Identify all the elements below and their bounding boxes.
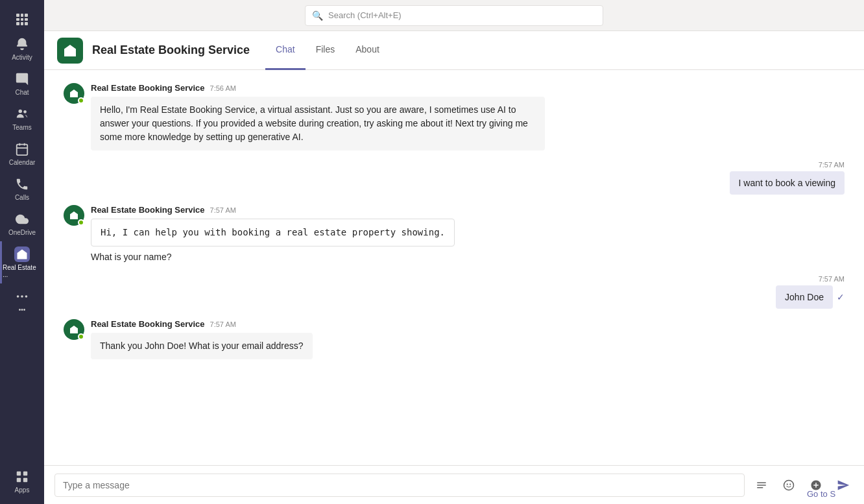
sidebar-item-more[interactable]: ••• [0, 283, 44, 318]
svg-rect-10 [23, 472, 27, 475]
apps-icon [14, 469, 30, 485]
tab-files[interactable]: Files [306, 31, 346, 70]
sidebar-item-onedrive[interactable]: OneDrive [0, 206, 44, 241]
message-input[interactable] [54, 474, 745, 497]
chat-area: Real Estate Booking Service 7:56 AM Hell… [44, 70, 864, 465]
svg-point-6 [17, 295, 19, 298]
sidebar-item-calendar[interactable]: Calendar [0, 136, 44, 171]
svg-rect-9 [17, 472, 21, 475]
svg-rect-11 [17, 478, 21, 482]
message-content-2: Real Estate Booking Service 7:57 AM Hi, … [91, 205, 455, 265]
sidebar-label-apps: Apps [15, 486, 30, 494]
input-bar [44, 465, 864, 504]
sidebar-label-realestate: Real Estate ... [3, 264, 42, 278]
sidebar-label-chat: Chat [15, 89, 29, 96]
search-placeholder: Search (Ctrl+Alt+E) [328, 10, 402, 20]
search-box[interactable]: 🔍 Search (Ctrl+Alt+E) [305, 5, 603, 26]
bell-icon [14, 36, 30, 52]
sidebar-item-calls[interactable]: Calls [0, 171, 44, 206]
more-icon [14, 289, 30, 304]
emoji-button[interactable] [778, 475, 799, 496]
user-message-time: 7:57 AM [819, 161, 845, 169]
message-row: Real Estate Booking Service 7:56 AM Hell… [64, 83, 845, 150]
calendar-icon [14, 141, 30, 157]
bot-avatar-small-3 [64, 319, 84, 340]
grid-icon [14, 12, 30, 27]
user-message-group-1: 7:57 AM I want to book a viewing [64, 161, 845, 195]
online-badge [78, 97, 84, 104]
goto-s-button[interactable]: Go to S [799, 484, 864, 504]
channel-title: Real Estate Booking Service [92, 43, 250, 57]
message-time-3: 7:57 AM [210, 320, 236, 328]
svg-point-7 [21, 295, 23, 298]
svg-point-0 [19, 110, 23, 114]
teams-icon [14, 106, 30, 122]
message-sender-2: Real Estate Booking Service [91, 205, 205, 215]
message-sender-3: Real Estate Booking Service [91, 319, 205, 329]
svg-point-8 [25, 295, 28, 298]
chat-icon [14, 71, 30, 87]
main-content: 🔍 Search (Ctrl+Alt+E) Real Estate Bookin… [44, 0, 864, 504]
search-icon: 🔍 [312, 10, 323, 21]
realestate-icon [14, 246, 30, 262]
message-time: 7:56 AM [210, 84, 236, 92]
sidebar-label-onedrive: OneDrive [8, 229, 36, 236]
message-group-bot-1: Real Estate Booking Service 7:56 AM Hell… [64, 83, 845, 150]
sidebar-item-realestate[interactable]: Real Estate ... [0, 241, 44, 283]
sidebar-label-calls: Calls [15, 194, 29, 201]
user-bubble-johndoe: John Doe [776, 285, 833, 309]
sidebar-item-grid[interactable] [0, 5, 44, 31]
svg-point-14 [787, 483, 788, 485]
user-message-time-2: 7:57 AM [819, 275, 845, 283]
svg-point-1 [23, 110, 27, 114]
svg-point-15 [789, 483, 791, 485]
message-meta-3: Real Estate Booking Service 7:57 AM [91, 319, 313, 329]
message-bubble: Hello, I'm Real Estate Booking Service, … [91, 97, 545, 150]
sidebar-label-activity: Activity [12, 54, 32, 61]
bot-avatar-small-2 [64, 205, 84, 226]
user-message-group-2: 7:57 AM John Doe ✓ [64, 275, 845, 309]
online-badge-2 [78, 219, 84, 226]
user-message-bubble-2: John Doe ✓ [776, 285, 845, 309]
sidebar-item-chat[interactable]: Chat [0, 66, 44, 101]
message-content: Real Estate Booking Service 7:56 AM Hell… [91, 83, 545, 150]
sidebar: Activity Chat Teams Calendar Calls OneDr… [0, 0, 44, 504]
channel-header: Real Estate Booking Service Chat Files A… [44, 31, 864, 70]
message-group-bot-3: Real Estate Booking Service 7:57 AM Than… [64, 319, 845, 359]
format-button[interactable] [751, 475, 772, 496]
message-bubble-3: Thank you John Doe! What is your email a… [91, 333, 313, 359]
user-message-bubble: I want to book a viewing [730, 171, 845, 195]
message-row: Real Estate Booking Service 7:57 AM Hi, … [64, 205, 845, 265]
tab-about[interactable]: About [345, 31, 390, 70]
calls-icon [14, 176, 30, 192]
message-row-3: Real Estate Booking Service 7:57 AM Than… [64, 319, 845, 359]
message-content-3: Real Estate Booking Service 7:57 AM Than… [91, 319, 313, 359]
message-meta: Real Estate Booking Service 7:56 AM [91, 83, 545, 93]
svg-rect-12 [23, 478, 27, 482]
sidebar-label-more: ••• [19, 306, 26, 313]
cloud-icon [14, 211, 30, 227]
svg-point-13 [784, 480, 794, 490]
message-group-bot-2: Real Estate Booking Service 7:57 AM Hi, … [64, 205, 845, 265]
message-bubble-plain: What is your name? [91, 249, 455, 265]
online-badge-3 [78, 333, 84, 340]
bot-avatar-small [64, 83, 84, 104]
bot-avatar [57, 38, 83, 64]
check-icon: ✓ [837, 292, 845, 302]
message-meta-2: Real Estate Booking Service 7:57 AM [91, 205, 455, 215]
sidebar-label-calendar: Calendar [9, 159, 36, 166]
sidebar-item-teams[interactable]: Teams [0, 101, 44, 136]
message-time-2: 7:57 AM [210, 206, 236, 214]
svg-rect-2 [17, 145, 28, 156]
message-sender: Real Estate Booking Service [91, 83, 205, 93]
sidebar-item-activity[interactable]: Activity [0, 31, 44, 66]
sidebar-item-apps[interactable]: Apps [0, 464, 44, 499]
sidebar-label-teams: Teams [12, 124, 31, 131]
topbar: 🔍 Search (Ctrl+Alt+E) [44, 0, 864, 31]
channel-tabs: Chat Files About [265, 31, 390, 70]
tab-chat[interactable]: Chat [265, 31, 306, 70]
message-bubble-outlined: Hi, I can help you with booking a real e… [91, 219, 455, 246]
